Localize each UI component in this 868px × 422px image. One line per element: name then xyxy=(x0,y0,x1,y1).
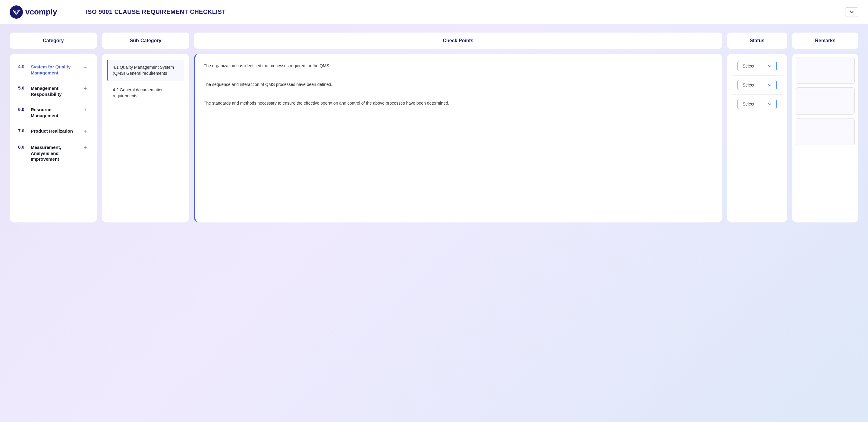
category-num: 8.0 xyxy=(18,144,28,150)
status-item-2: Select xyxy=(732,76,782,95)
category-num: 6.0 xyxy=(18,107,28,112)
remark-textarea-3[interactable] xyxy=(796,118,855,145)
category-label: Resource Management xyxy=(31,107,79,118)
subcategory-item-1[interactable]: 4.1 Quality Management System (QMS) Gene… xyxy=(107,60,184,81)
category-item-6.0[interactable]: 6.0Resource Management+ xyxy=(14,102,92,123)
status-panel: SelectSelectSelect xyxy=(727,54,787,222)
category-header: Category xyxy=(10,33,97,49)
category-item-4.0[interactable]: 4.0System for Quality Management− xyxy=(14,60,92,80)
chevron-down-icon xyxy=(768,83,772,87)
header: vcomply ISO 9001 CLAUSE REQUIREMENT CHEC… xyxy=(0,0,868,24)
remark-textarea-2[interactable] xyxy=(796,87,855,115)
checkpoint-item-1: The organization has identified the proc… xyxy=(195,57,722,76)
chevron-down-icon xyxy=(849,10,854,14)
remark-textarea-1[interactable] xyxy=(796,57,855,84)
subcategory-panel: 4.1 Quality Management System (QMS) Gene… xyxy=(102,54,189,222)
select-button-3[interactable]: Select xyxy=(738,99,777,109)
main-content: Category Sub-Category Check Points Statu… xyxy=(0,24,868,231)
select-button-1[interactable]: Select xyxy=(738,61,777,71)
remarks-header: Remarks xyxy=(792,33,858,49)
header-title-area: ISO 9001 CLAUSE REQUIREMENT CHECKLIST xyxy=(76,0,858,24)
select-button-2[interactable]: Select xyxy=(738,80,777,90)
category-label: Product Realization xyxy=(31,128,79,134)
category-num: 5.0 xyxy=(18,85,28,90)
checkpoints-panel: The organization has identified the proc… xyxy=(194,54,722,222)
column-headers: Category Sub-Category Check Points Statu… xyxy=(10,33,858,49)
category-label: System for Quality Management xyxy=(31,64,79,76)
subcategory-header: Sub-Category xyxy=(102,33,189,49)
subcategory-item-2[interactable]: 4.2 General documentation requirements xyxy=(107,82,184,104)
svg-point-0 xyxy=(10,5,23,19)
expand-icon[interactable]: + xyxy=(82,85,89,92)
logo-text: vcomply xyxy=(25,7,57,17)
checkpoints-header: Check Points xyxy=(194,33,722,49)
category-item-7.0[interactable]: 7.0Product Realization+ xyxy=(14,124,92,139)
checkpoint-item-3: The standards and methods necessary to e… xyxy=(195,94,722,113)
collapse-icon[interactable]: − xyxy=(82,64,89,70)
vcomply-logo-icon xyxy=(10,5,23,19)
checkpoint-item-2: The sequence and interaction of QMS proc… xyxy=(195,76,722,94)
chevron-down-icon xyxy=(768,102,772,106)
logo-area: vcomply xyxy=(10,5,76,19)
expand-icon[interactable]: + xyxy=(82,144,89,151)
category-label: Management Responsibility xyxy=(31,85,79,97)
category-num: 7.0 xyxy=(18,128,28,133)
status-item-1: Select xyxy=(732,57,782,76)
category-panel: 4.0System for Quality Management−5.0Mana… xyxy=(10,54,97,222)
category-item-5.0[interactable]: 5.0Management Responsibility+ xyxy=(14,81,92,101)
category-label: Measurement, Analysis and Improvement xyxy=(31,144,79,162)
category-item-8.0[interactable]: 8.0Measurement, Analysis and Improvement… xyxy=(14,140,92,167)
select-label: Select xyxy=(743,83,754,87)
page-title: ISO 9001 CLAUSE REQUIREMENT CHECKLIST xyxy=(86,8,226,16)
status-item-3: Select xyxy=(732,95,782,113)
select-label: Select xyxy=(743,64,754,68)
remarks-panel xyxy=(792,54,858,222)
status-header: Status xyxy=(727,33,787,49)
select-label: Select xyxy=(743,101,754,107)
content-row: 4.0System for Quality Management−5.0Mana… xyxy=(10,54,858,222)
chevron-down-icon xyxy=(768,64,772,68)
expand-icon[interactable]: + xyxy=(82,128,89,135)
header-dropdown-button[interactable] xyxy=(845,7,858,17)
category-num: 4.0 xyxy=(18,64,28,69)
expand-icon[interactable]: + xyxy=(82,107,89,113)
